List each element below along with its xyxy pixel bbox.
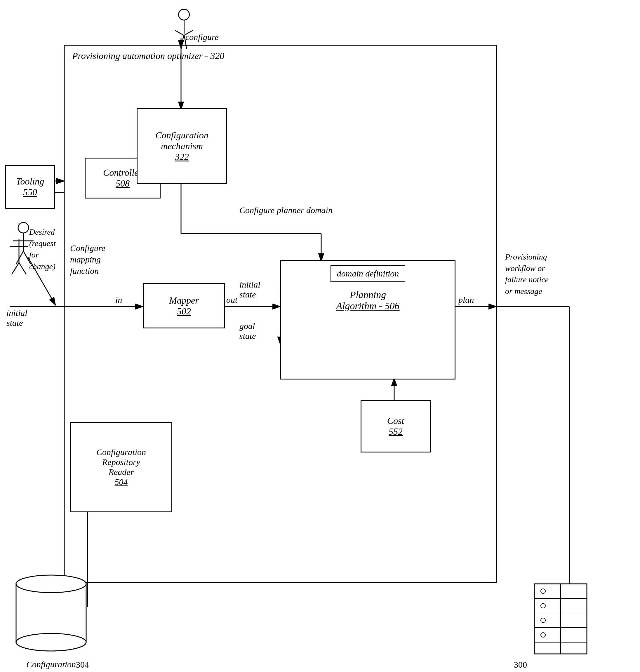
planning-number: Algorithm - 506 <box>336 301 399 311</box>
cost-number: 552 <box>389 426 403 437</box>
mapper-number: 502 <box>177 306 191 317</box>
server-icon <box>532 581 590 658</box>
outer-box-label: Provisioning automation optimizer - 320 <box>69 48 228 64</box>
diagram: configure Provisioning automation optimi… <box>0 0 640 672</box>
in-label: in <box>115 295 122 305</box>
config-repo-reader-box: Configuration Repository Reader 504 <box>70 422 172 512</box>
tooling-number: 550 <box>23 187 37 198</box>
desired-label: Desired (request for change) <box>29 226 56 272</box>
configure-planner-label: Configure planner domain <box>239 204 333 216</box>
config-mechanism-box: Configuration mechanism 322 <box>137 108 227 184</box>
tooling-label: Tooling <box>16 176 44 187</box>
svg-point-28 <box>16 633 86 651</box>
config-mech-line3: 322 <box>175 151 189 162</box>
svg-line-42 <box>16 251 23 264</box>
config-repo-cylinder: Configuration Repository <box>13 569 89 672</box>
initial-state-top-label: initial state <box>239 280 260 300</box>
repo-reader-line2: Repository <box>102 457 140 467</box>
cost-box: Cost 552 <box>361 400 431 452</box>
mapper-label: Mapper <box>169 295 199 306</box>
initial-state-left-label: initial state <box>6 308 27 328</box>
provisioning-workflow-label: Provisioning workflow or failure notice … <box>505 251 549 297</box>
cost-label: Cost <box>387 415 404 426</box>
repo-reader-line1: Configuration <box>96 447 146 457</box>
goal-state-label: goal state <box>239 321 256 341</box>
repo-reader-line4: 504 <box>115 477 128 487</box>
svg-point-39 <box>18 222 29 233</box>
tooling-box: Tooling 550 <box>5 165 55 209</box>
top-person <box>174 9 194 49</box>
svg-point-27 <box>16 575 86 593</box>
config-repo-number: 304 <box>76 660 89 670</box>
mapper-box: Mapper 502 <box>143 283 225 328</box>
configure-label: configure <box>185 32 219 42</box>
out-label: out <box>226 295 237 305</box>
controller-number: 508 <box>116 178 130 189</box>
config-mech-line2: mechanism <box>161 141 203 151</box>
repo-reader-line3: Reader <box>108 467 134 477</box>
planning-algorithm-box: domain definition Planning Algorithm - 5… <box>280 260 455 380</box>
config-repo-line2: Repository <box>13 669 89 672</box>
planning-label: Planning <box>350 289 386 301</box>
config-mech-line1: Configuration <box>155 130 208 141</box>
server-label: 300 <box>514 660 527 670</box>
plan-label: plan <box>459 295 474 305</box>
controller-label: Controller <box>103 167 142 178</box>
domain-definition-inner-box: domain definition <box>331 265 406 282</box>
configure-mapping-label: Configure mapping function <box>70 242 105 276</box>
